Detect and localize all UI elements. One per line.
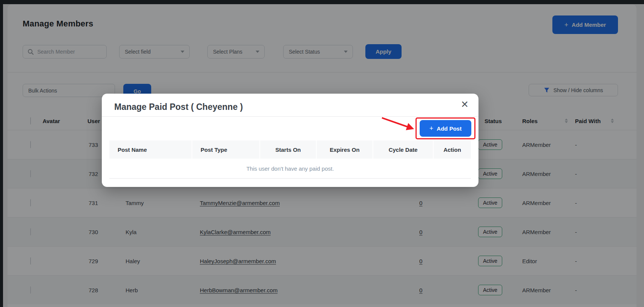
close-icon[interactable]: ✕ <box>461 100 469 109</box>
header-post-name: Post Name <box>109 140 192 159</box>
add-post-button[interactable]: + Add Post <box>420 120 471 137</box>
add-post-label: Add Post <box>437 125 462 132</box>
header-expires-on: Expires On <box>317 140 373 159</box>
header-cycle-date: Cycle Date <box>373 140 434 159</box>
paid-post-table-header: Post Name Post Type Starts On Expires On… <box>109 140 471 159</box>
plus-icon: + <box>429 125 434 132</box>
modal-divider <box>102 116 478 117</box>
header-post-type: Post Type <box>192 140 260 159</box>
annotation-arrow <box>379 115 420 133</box>
empty-state-message: This user don't have any paid post. <box>109 159 471 179</box>
manage-paid-post-modal: Manage Paid Post ( Cheyenne ) ✕ + Add Po… <box>102 94 478 187</box>
header-action: Action <box>434 140 471 159</box>
paid-post-table: Post Name Post Type Starts On Expires On… <box>109 140 471 179</box>
modal-title: Manage Paid Post ( Cheyenne ) <box>114 102 243 112</box>
header-starts-on: Starts On <box>260 140 317 159</box>
